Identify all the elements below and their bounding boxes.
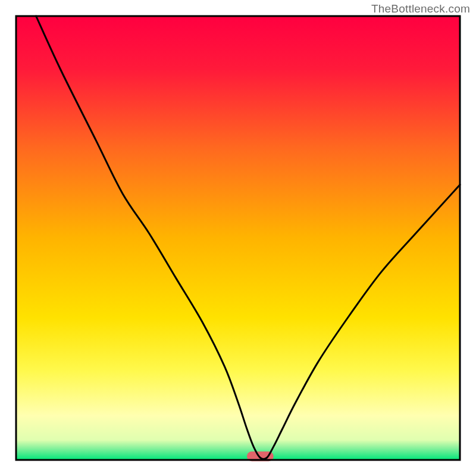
- bottleneck-chart: [0, 0, 476, 476]
- plot-area: [16, 16, 460, 461]
- chart-container: TheBottleneck.com: [0, 0, 476, 476]
- chart-background: [16, 16, 460, 460]
- watermark-text: TheBottleneck.com: [371, 2, 470, 15]
